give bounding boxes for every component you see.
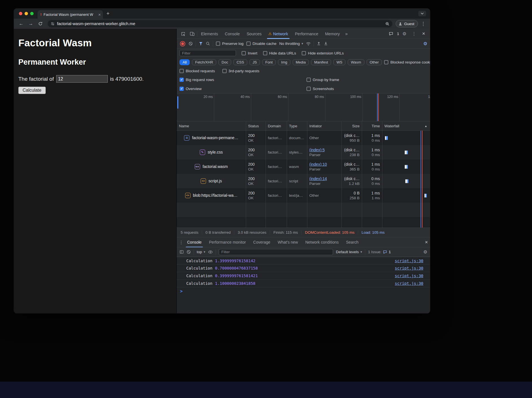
console-message[interactable]: Calculation 0.3999999761581421 script.js… — [177, 272, 430, 280]
settings-gear-icon[interactable]: ⚙ — [400, 30, 409, 38]
chip-wasm[interactable]: Wasm — [348, 59, 364, 65]
col-name[interactable]: Name — [177, 121, 246, 130]
blocked-response-cookies-checkbox[interactable]: Blocked response cookies — [384, 60, 430, 64]
reload-button[interactable] — [36, 20, 44, 28]
chip-fetch-xhr[interactable]: Fetch/XHR — [192, 59, 216, 65]
col-status[interactable]: Status — [246, 121, 266, 130]
new-tab-button[interactable]: + — [106, 10, 110, 17]
browser-menu-button[interactable]: ⋮ — [420, 21, 427, 27]
tab-close-icon[interactable]: × — [98, 12, 101, 17]
zoom-icon[interactable] — [385, 22, 389, 26]
disable-cache-checkbox[interactable]: Disable cache — [246, 41, 277, 46]
request-row-script[interactable]: <> script.js 200OK factori… script (inde… — [177, 174, 430, 188]
profile-button[interactable]: Guest — [396, 20, 418, 27]
initiator-link[interactable]: (index):14 — [309, 176, 339, 181]
minimize-window-button[interactable] — [25, 12, 28, 15]
browser-tab[interactable]: ! Factorial Wasm (permanent W × — [38, 10, 103, 19]
console-settings-gear-icon[interactable]: ⚙ — [423, 249, 427, 255]
console-message[interactable]: Calculation 0.7000000476837158 script.js… — [177, 264, 430, 272]
filter-funnel-icon[interactable] — [199, 41, 203, 46]
tab-sources[interactable]: Sources — [244, 29, 265, 39]
source-link[interactable]: script.js:30 — [395, 266, 423, 270]
chip-all[interactable]: All — [179, 59, 190, 65]
group-by-frame-checkbox[interactable]: Group by frame — [306, 78, 339, 82]
chip-other[interactable]: Other — [367, 59, 382, 65]
console-sidebar-icon[interactable] — [179, 250, 184, 254]
drawer-menu-icon[interactable]: ⋮ — [179, 240, 183, 245]
checkbox[interactable] — [263, 51, 267, 55]
network-overview-timeline[interactable]: 20 ms 40 ms 60 ms 80 ms 100 ms 120 ms 14… — [177, 93, 430, 121]
factorial-input[interactable] — [56, 75, 108, 83]
network-conditions-icon[interactable] — [306, 42, 311, 46]
log-levels-dropdown[interactable]: Default levels ▾ — [336, 250, 362, 254]
drawer-tab-network-conditions[interactable]: Network conditions — [302, 237, 342, 247]
tab-elements[interactable]: Elements — [198, 29, 221, 39]
drawer-tab-console[interactable]: Console — [183, 237, 205, 247]
live-expression-eye-icon[interactable] — [208, 250, 213, 254]
checkbox-checked[interactable] — [179, 78, 184, 82]
devtools-menu-icon[interactable]: ⋮ — [410, 30, 418, 38]
checkbox[interactable] — [384, 60, 388, 64]
console-message[interactable]: Calculation 1.100000023841858 script.js:… — [177, 280, 430, 287]
console-filter-input[interactable] — [219, 249, 333, 255]
tab-console[interactable]: Console — [222, 29, 243, 39]
drawer-tab-coverage[interactable]: Coverage — [249, 237, 274, 247]
device-toolbar-icon[interactable] — [188, 30, 196, 38]
tab-network[interactable]: ⚠ Network — [265, 29, 291, 39]
chip-js[interactable]: JS — [249, 59, 260, 65]
request-row-blob[interactable]: <> blob:https://factorial-wa… 200OK fact… — [177, 188, 430, 203]
tab-performance[interactable]: Performance — [292, 29, 321, 39]
source-link[interactable]: script.js:30 — [395, 259, 423, 263]
hide-extension-urls-checkbox[interactable]: Hide extension URLs — [302, 51, 344, 55]
close-drawer-icon[interactable]: × — [425, 239, 428, 245]
network-filter-input[interactable] — [179, 50, 236, 56]
chip-doc[interactable]: Doc — [218, 59, 231, 65]
preserve-log-checkbox[interactable]: Preserve log — [216, 41, 244, 46]
close-devtools-icon[interactable]: × — [419, 30, 428, 38]
big-request-rows-checkbox[interactable]: Big request rows — [179, 78, 306, 82]
col-domain[interactable]: Domain — [266, 121, 287, 130]
invert-checkbox[interactable]: Invert — [242, 51, 257, 55]
clear-console-icon[interactable] — [187, 250, 191, 254]
chip-img[interactable]: Img — [278, 59, 290, 65]
address-bar[interactable]: factorial-wasm-permanent-worker.glitch.m… — [48, 20, 392, 27]
overview-selection-handle[interactable] — [177, 96, 178, 109]
checkbox[interactable] — [302, 51, 306, 55]
search-icon[interactable] — [206, 41, 210, 46]
initiator-link[interactable]: (index):5 — [309, 147, 339, 152]
chip-font[interactable]: Font — [262, 59, 276, 65]
col-size[interactable]: Size — [341, 121, 362, 130]
clear-icon[interactable] — [189, 41, 193, 46]
tab-search-button[interactable] — [418, 11, 426, 16]
import-har-icon[interactable] — [317, 41, 321, 46]
chip-css[interactable]: CSS — [233, 59, 247, 65]
checkbox[interactable] — [306, 87, 311, 91]
drawer-tab-search[interactable]: Search — [342, 237, 362, 247]
checkbox[interactable] — [222, 69, 227, 73]
issues-bubble-icon[interactable] — [387, 30, 395, 38]
blocked-requests-checkbox[interactable]: Blocked requests — [179, 69, 215, 73]
col-initiator[interactable]: Initiator — [307, 121, 341, 130]
close-window-button[interactable] — [19, 12, 22, 15]
hide-data-urls-checkbox[interactable]: Hide data URLs — [263, 51, 296, 55]
chip-media[interactable]: Media — [293, 59, 309, 65]
checkbox[interactable] — [306, 78, 311, 82]
chip-ws[interactable]: WS — [333, 59, 345, 65]
maximize-window-button[interactable] — [30, 12, 34, 15]
network-settings-gear-icon[interactable]: ⚙ — [423, 41, 427, 46]
console-prompt[interactable]: > — [177, 287, 430, 295]
console-message[interactable]: Calculation 1.399999976158142 script.js:… — [177, 257, 430, 264]
throttling-dropdown[interactable]: No throttling ▾ — [279, 41, 303, 46]
back-button[interactable]: ← — [17, 20, 25, 28]
request-row-document[interactable]: ≡ factorial-wasm-permane… 200OK factori…… — [177, 131, 430, 145]
checkbox-checked[interactable] — [179, 87, 184, 91]
checkbox[interactable] — [216, 41, 220, 46]
more-tabs-button[interactable]: » — [343, 31, 349, 36]
site-settings-icon[interactable] — [51, 22, 55, 26]
col-time[interactable]: Time — [362, 121, 382, 130]
forward-button[interactable]: → — [27, 20, 35, 28]
inspect-element-icon[interactable] — [179, 30, 187, 38]
checkbox[interactable] — [179, 69, 184, 73]
drawer-tab-whats-new[interactable]: What's new — [274, 237, 302, 247]
third-party-requests-checkbox[interactable]: 3rd-party requests — [222, 69, 260, 73]
